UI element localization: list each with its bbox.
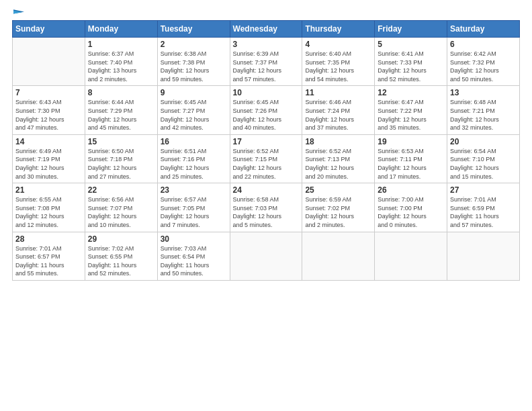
day-info: Sunrise: 6:58 AMSunset: 7:03 PMDaylight:… (233, 195, 300, 229)
day-number: 30 (161, 234, 227, 244)
day-number: 6 (450, 40, 517, 49)
day-number: 5 (378, 40, 444, 49)
calendar-cell (375, 232, 447, 280)
calendar-cell: 25Sunrise: 6:59 AMSunset: 7:02 PMDayligh… (302, 183, 375, 232)
day-info: Sunrise: 7:00 AMSunset: 7:00 PMDaylight:… (378, 195, 444, 229)
day-info: Sunrise: 6:38 AMSunset: 7:38 PMDaylight:… (161, 50, 227, 83)
calendar-cell: 27Sunrise: 7:01 AMSunset: 6:59 PMDayligh… (447, 183, 520, 232)
calendar-cell: 15Sunrise: 6:50 AMSunset: 7:18 PMDayligh… (85, 134, 157, 183)
day-info: Sunrise: 6:52 AMSunset: 7:13 PMDaylight:… (305, 147, 371, 181)
calendar-cell: 2Sunrise: 6:38 AMSunset: 7:38 PMDaylight… (157, 38, 230, 86)
calendar-week-row: 21Sunrise: 6:55 AMSunset: 7:08 PMDayligh… (13, 183, 520, 232)
day-info: Sunrise: 6:46 AMSunset: 7:24 PMDaylight:… (305, 98, 371, 132)
calendar-cell: 24Sunrise: 6:58 AMSunset: 7:03 PMDayligh… (230, 183, 302, 232)
day-number: 18 (305, 137, 371, 146)
calendar-header-thursday: Thursday (302, 21, 375, 38)
calendar-header-sunday: Sunday (13, 21, 85, 38)
calendar-cell: 22Sunrise: 6:56 AMSunset: 7:07 PMDayligh… (85, 183, 157, 232)
calendar-cell: 26Sunrise: 7:00 AMSunset: 7:00 PMDayligh… (375, 183, 447, 232)
day-info: Sunrise: 6:57 AMSunset: 7:05 PMDaylight:… (161, 195, 227, 229)
day-info: Sunrise: 6:53 AMSunset: 7:11 PMDaylight:… (378, 147, 444, 181)
calendar-cell: 30Sunrise: 7:03 AMSunset: 6:54 PMDayligh… (157, 232, 230, 280)
day-number: 10 (233, 88, 300, 97)
calendar-week-row: 14Sunrise: 6:49 AMSunset: 7:19 PMDayligh… (13, 134, 520, 183)
calendar-week-row: 28Sunrise: 7:01 AMSunset: 6:57 PMDayligh… (13, 232, 520, 280)
day-number: 9 (161, 88, 227, 97)
day-number: 1 (88, 40, 154, 49)
calendar-header-monday: Monday (85, 21, 157, 38)
calendar-cell: 18Sunrise: 6:52 AMSunset: 7:13 PMDayligh… (302, 134, 375, 183)
calendar-cell: 29Sunrise: 7:02 AMSunset: 6:55 PMDayligh… (85, 232, 157, 280)
calendar-header-wednesday: Wednesday (230, 21, 302, 38)
day-number: 13 (450, 88, 517, 97)
day-number: 8 (88, 88, 154, 97)
header (12, 12, 520, 13)
day-info: Sunrise: 7:01 AMSunset: 6:59 PMDaylight:… (450, 195, 517, 229)
calendar-cell (302, 232, 375, 280)
day-info: Sunrise: 6:59 AMSunset: 7:02 PMDaylight:… (305, 195, 371, 229)
day-number: 17 (233, 137, 300, 146)
day-number: 29 (88, 234, 154, 244)
day-number: 15 (88, 137, 154, 146)
calendar-cell: 7Sunrise: 6:43 AMSunset: 7:30 PMDaylight… (13, 86, 85, 134)
day-number: 12 (378, 88, 444, 97)
calendar-cell: 6Sunrise: 6:42 AMSunset: 7:32 PMDaylight… (447, 38, 520, 86)
calendar-cell (447, 232, 520, 280)
day-number: 7 (15, 88, 82, 97)
day-info: Sunrise: 7:02 AMSunset: 6:55 PMDaylight:… (88, 244, 154, 278)
logo-flag-icon (13, 9, 24, 16)
calendar-header-tuesday: Tuesday (157, 21, 230, 38)
day-number: 16 (161, 137, 227, 146)
calendar-cell (13, 38, 85, 86)
calendar-header-row: SundayMondayTuesdayWednesdayThursdayFrid… (13, 21, 520, 38)
day-number: 23 (161, 185, 227, 195)
calendar-week-row: 7Sunrise: 6:43 AMSunset: 7:30 PMDaylight… (13, 86, 520, 134)
day-info: Sunrise: 6:41 AMSunset: 7:33 PMDaylight:… (378, 50, 444, 83)
day-info: Sunrise: 7:01 AMSunset: 6:57 PMDaylight:… (15, 244, 82, 278)
calendar-cell (230, 232, 302, 280)
calendar-cell: 17Sunrise: 6:52 AMSunset: 7:15 PMDayligh… (230, 134, 302, 183)
calendar-header-friday: Friday (375, 21, 447, 38)
day-info: Sunrise: 6:44 AMSunset: 7:29 PMDaylight:… (88, 98, 154, 132)
calendar-cell: 11Sunrise: 6:46 AMSunset: 7:24 PMDayligh… (302, 86, 375, 134)
calendar-header-saturday: Saturday (447, 21, 520, 38)
day-info: Sunrise: 6:39 AMSunset: 7:37 PMDaylight:… (233, 50, 300, 83)
day-number: 14 (15, 137, 82, 146)
calendar-cell: 20Sunrise: 6:54 AMSunset: 7:10 PMDayligh… (447, 134, 520, 183)
calendar-cell: 13Sunrise: 6:48 AMSunset: 7:21 PMDayligh… (447, 86, 520, 134)
day-info: Sunrise: 6:52 AMSunset: 7:15 PMDaylight:… (233, 147, 300, 181)
day-info: Sunrise: 6:48 AMSunset: 7:21 PMDaylight:… (450, 98, 517, 132)
day-info: Sunrise: 6:43 AMSunset: 7:30 PMDaylight:… (15, 98, 82, 132)
day-number: 2 (161, 40, 227, 49)
calendar-cell: 5Sunrise: 6:41 AMSunset: 7:33 PMDaylight… (375, 38, 447, 86)
calendar-cell: 4Sunrise: 6:40 AMSunset: 7:35 PMDaylight… (302, 38, 375, 86)
calendar-cell: 16Sunrise: 6:51 AMSunset: 7:16 PMDayligh… (157, 134, 230, 183)
day-number: 26 (378, 185, 444, 195)
calendar-cell: 23Sunrise: 6:57 AMSunset: 7:05 PMDayligh… (157, 183, 230, 232)
day-info: Sunrise: 6:45 AMSunset: 7:27 PMDaylight:… (161, 98, 227, 132)
day-number: 22 (88, 185, 154, 195)
day-info: Sunrise: 6:51 AMSunset: 7:16 PMDaylight:… (161, 147, 227, 181)
calendar-cell: 21Sunrise: 6:55 AMSunset: 7:08 PMDayligh… (13, 183, 85, 232)
day-info: Sunrise: 6:45 AMSunset: 7:26 PMDaylight:… (233, 98, 300, 132)
day-info: Sunrise: 6:54 AMSunset: 7:10 PMDaylight:… (450, 147, 517, 181)
calendar-week-row: 1Sunrise: 6:37 AMSunset: 7:40 PMDaylight… (13, 38, 520, 86)
day-number: 20 (450, 137, 517, 146)
day-number: 4 (305, 40, 371, 49)
day-info: Sunrise: 6:37 AMSunset: 7:40 PMDaylight:… (88, 50, 154, 83)
calendar-table: SundayMondayTuesdayWednesdayThursdayFrid… (12, 20, 520, 281)
calendar-cell: 14Sunrise: 6:49 AMSunset: 7:19 PMDayligh… (13, 134, 85, 183)
calendar-cell: 10Sunrise: 6:45 AMSunset: 7:26 PMDayligh… (230, 86, 302, 134)
day-number: 11 (305, 88, 371, 97)
calendar-cell: 19Sunrise: 6:53 AMSunset: 7:11 PMDayligh… (375, 134, 447, 183)
day-number: 27 (450, 185, 517, 195)
day-info: Sunrise: 6:42 AMSunset: 7:32 PMDaylight:… (450, 50, 517, 83)
calendar-cell: 3Sunrise: 6:39 AMSunset: 7:37 PMDaylight… (230, 38, 302, 86)
day-info: Sunrise: 6:56 AMSunset: 7:07 PMDaylight:… (88, 195, 154, 229)
day-number: 24 (233, 185, 300, 195)
calendar-cell: 28Sunrise: 7:01 AMSunset: 6:57 PMDayligh… (13, 232, 85, 280)
day-info: Sunrise: 6:47 AMSunset: 7:22 PMDaylight:… (378, 98, 444, 132)
day-number: 19 (378, 137, 444, 146)
day-number: 25 (305, 185, 371, 195)
day-number: 28 (15, 234, 82, 244)
